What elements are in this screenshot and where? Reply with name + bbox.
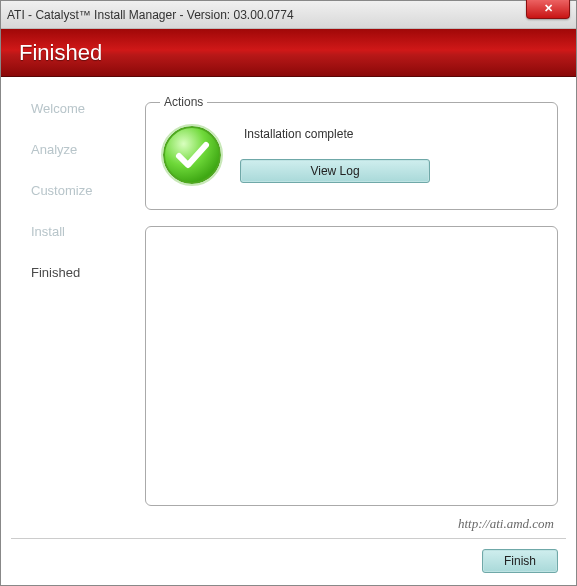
footer-buttons: Finish — [1, 541, 576, 585]
header-banner: Finished — [1, 29, 576, 77]
sidebar-item-analyze: Analyze — [15, 142, 145, 157]
sidebar-item-install: Install — [15, 224, 145, 239]
actions-group: Actions — [145, 95, 558, 210]
close-icon: ✕ — [544, 2, 553, 15]
sidebar: Welcome Analyze Customize Install Finish… — [15, 95, 145, 506]
page-title: Finished — [19, 40, 102, 66]
svg-point-0 — [164, 127, 220, 183]
checkmark-icon — [160, 123, 224, 187]
actions-inner: Installation complete View Log — [160, 123, 543, 187]
footer-divider — [11, 538, 566, 539]
finish-button[interactable]: Finish — [482, 549, 558, 573]
main-area: Welcome Analyze Customize Install Finish… — [1, 77, 576, 514]
titlebar: ATI - Catalyst™ Install Manager - Versio… — [1, 1, 576, 29]
close-button[interactable]: ✕ — [526, 0, 570, 19]
sidebar-item-finished: Finished — [15, 265, 145, 280]
actions-legend: Actions — [160, 95, 207, 109]
installation-message: Installation complete — [240, 127, 543, 141]
actions-text-column: Installation complete View Log — [240, 127, 543, 183]
body: Welcome Analyze Customize Install Finish… — [1, 77, 576, 585]
log-panel — [145, 226, 558, 506]
installer-window: ATI - Catalyst™ Install Manager - Versio… — [0, 0, 577, 586]
content: Actions — [145, 95, 558, 506]
sidebar-item-customize: Customize — [15, 183, 145, 198]
footer-url[interactable]: http://ati.amd.com — [1, 514, 576, 536]
view-log-button[interactable]: View Log — [240, 159, 430, 183]
sidebar-item-welcome: Welcome — [15, 101, 145, 116]
window-title: ATI - Catalyst™ Install Manager - Versio… — [7, 8, 570, 22]
